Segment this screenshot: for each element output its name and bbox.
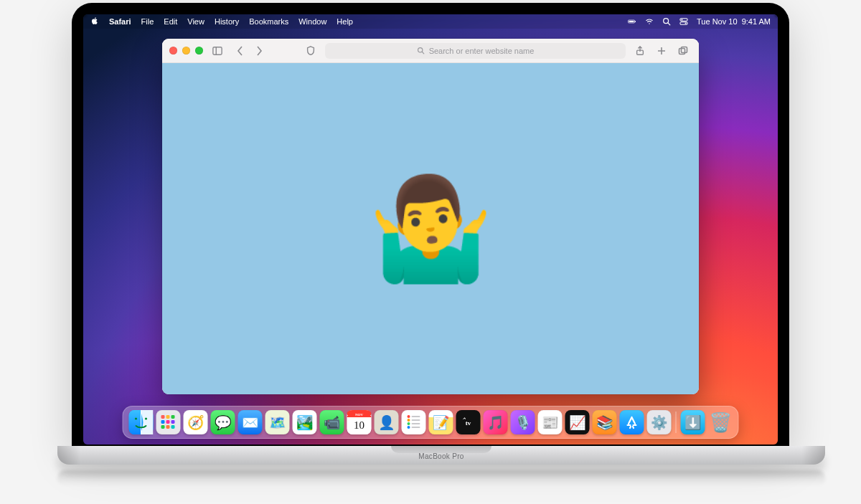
dock-settings-icon[interactable]: ⚙️ xyxy=(647,410,672,434)
privacy-report-icon[interactable] xyxy=(302,43,319,59)
safari-page-content: 🤷‍♂️ xyxy=(162,63,699,394)
wifi-icon[interactable] xyxy=(645,17,654,26)
svg-rect-23 xyxy=(171,415,175,419)
svg-rect-1 xyxy=(629,21,634,22)
laptop-base: MacBook Pro xyxy=(57,446,825,465)
svg-point-39 xyxy=(408,422,410,425)
menubar-clock[interactable]: Tue Nov 10 9:41 AM xyxy=(697,17,771,26)
desktop: Safari File Edit View History Bookmarks … xyxy=(83,14,778,444)
shrug-emoji: 🤷‍♂️ xyxy=(368,170,494,287)
window-controls xyxy=(169,47,203,54)
dock-stocks-icon[interactable]: 📈 xyxy=(565,410,590,434)
menubar-item[interactable]: View xyxy=(187,17,204,26)
dock-notes-icon[interactable]: 📝 xyxy=(429,410,453,434)
close-button[interactable] xyxy=(169,47,177,54)
forward-button[interactable] xyxy=(250,43,268,59)
svg-rect-40 xyxy=(412,423,420,424)
laptop-notch xyxy=(391,446,491,453)
dock-separator xyxy=(676,412,677,433)
svg-line-12 xyxy=(422,52,424,54)
svg-text:NOV: NOV xyxy=(355,413,364,417)
dock-safari-icon[interactable]: 🧭 xyxy=(184,410,208,434)
svg-point-41 xyxy=(408,426,410,429)
back-button[interactable] xyxy=(232,43,249,59)
minimize-button[interactable] xyxy=(182,47,190,54)
svg-rect-5 xyxy=(680,19,687,21)
dock-downloads-icon[interactable]: ⬇️ xyxy=(681,410,705,434)
svg-rect-22 xyxy=(166,415,170,419)
laptop: Safari File Edit View History Bookmarks … xyxy=(57,3,804,486)
tab-overview-button[interactable] xyxy=(674,43,692,59)
dock-tv-icon[interactable]: tv xyxy=(456,410,481,434)
screen-bezel: Safari File Edit View History Bookmarks … xyxy=(72,3,789,446)
svg-rect-38 xyxy=(412,419,420,421)
battery-icon[interactable] xyxy=(628,17,636,26)
dock-books-icon[interactable]: 📚 xyxy=(593,410,617,434)
zoom-button[interactable] xyxy=(195,47,203,54)
menubar-app-name[interactable]: Safari xyxy=(109,17,131,26)
dock-photos-icon[interactable]: 🏞️ xyxy=(293,410,317,434)
svg-point-19 xyxy=(135,417,137,419)
svg-rect-36 xyxy=(412,416,420,417)
svg-text:10: 10 xyxy=(354,419,364,431)
apple-menu-icon[interactable] xyxy=(90,16,99,27)
dock-mail-icon[interactable]: ✉️ xyxy=(238,410,263,434)
svg-rect-17 xyxy=(682,47,687,52)
svg-rect-16 xyxy=(679,48,685,54)
svg-rect-24 xyxy=(161,420,165,424)
menubar-item[interactable]: Bookmarks xyxy=(249,17,288,26)
svg-point-6 xyxy=(681,19,682,20)
svg-line-4 xyxy=(668,23,670,25)
svg-rect-2 xyxy=(635,21,636,22)
menubar: Safari File Edit View History Bookmarks … xyxy=(83,14,778,29)
sidebar-toggle-button[interactable] xyxy=(209,43,226,59)
dock-appstore-icon[interactable] xyxy=(620,410,644,434)
svg-rect-25 xyxy=(166,420,170,424)
laptop-brand-label: MacBook Pro xyxy=(418,452,464,460)
svg-point-20 xyxy=(145,417,147,419)
svg-rect-27 xyxy=(161,425,165,429)
laptop-reflection xyxy=(57,470,825,486)
dock-launchpad-icon[interactable] xyxy=(156,410,181,434)
safari-toolbar: Search or enter website name xyxy=(162,39,699,63)
new-tab-button[interactable] xyxy=(653,43,670,59)
dock-podcasts-icon[interactable]: 🎙️ xyxy=(511,410,535,434)
spotlight-icon[interactable] xyxy=(662,17,671,26)
svg-rect-42 xyxy=(412,427,420,428)
safari-window: Search or enter website name 🤷‍♂️ xyxy=(162,39,699,394)
menubar-item[interactable]: History xyxy=(215,17,239,26)
menubar-item[interactable]: File xyxy=(141,17,154,26)
svg-point-37 xyxy=(408,419,410,422)
dock-news-icon[interactable]: 📰 xyxy=(538,410,563,434)
address-placeholder: Search or enter website name xyxy=(429,47,535,55)
control-center-icon[interactable] xyxy=(679,17,688,26)
svg-point-8 xyxy=(685,23,687,24)
dock-maps-icon[interactable]: 🗺️ xyxy=(265,410,290,434)
search-icon xyxy=(417,47,425,54)
share-button[interactable] xyxy=(631,43,649,59)
svg-rect-26 xyxy=(171,420,175,424)
svg-rect-29 xyxy=(171,425,175,429)
dock: 🧭💬✉️🗺️🏞️📹NOV10👤📝tv🎵🎙️📰📈📚⚙️⬇️🗑️ xyxy=(123,406,739,439)
dock-facetime-icon[interactable]: 📹 xyxy=(320,410,344,434)
dock-contacts-icon[interactable]: 👤 xyxy=(375,410,399,434)
svg-rect-7 xyxy=(680,22,687,24)
svg-rect-9 xyxy=(213,47,222,54)
svg-point-35 xyxy=(408,415,410,418)
dock-music-icon[interactable]: 🎵 xyxy=(484,410,508,434)
svg-text:tv: tv xyxy=(466,419,471,427)
dock-reminders-icon[interactable] xyxy=(402,410,426,434)
svg-rect-28 xyxy=(166,425,170,429)
menubar-item[interactable]: Edit xyxy=(164,17,177,26)
dock-calendar-icon[interactable]: NOV10 xyxy=(347,410,372,434)
dock-finder-icon[interactable] xyxy=(129,410,154,434)
dock-messages-icon[interactable]: 💬 xyxy=(211,410,235,434)
menubar-item[interactable]: Window xyxy=(298,17,326,26)
address-bar[interactable]: Search or enter website name xyxy=(325,43,626,59)
dock-trash-icon[interactable]: 🗑️ xyxy=(708,410,733,434)
menubar-item[interactable]: Help xyxy=(337,17,353,26)
svg-rect-21 xyxy=(161,415,165,419)
